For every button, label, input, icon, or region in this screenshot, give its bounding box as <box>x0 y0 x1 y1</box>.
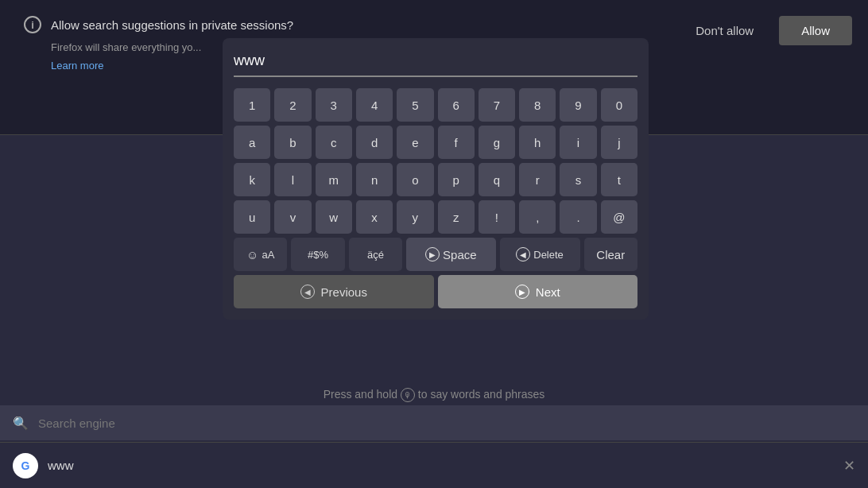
key-n[interactable]: n <box>356 163 393 196</box>
prev-label: Previous <box>321 285 367 299</box>
key-i[interactable]: i <box>560 126 596 159</box>
space-key[interactable]: ▶ Space <box>406 238 495 271</box>
key-p[interactable]: p <box>438 163 475 196</box>
search-bar: 🔍 Search engine <box>0 405 868 440</box>
key-at[interactable]: @ <box>601 200 637 234</box>
key-w[interactable]: w <box>316 200 352 234</box>
key-3[interactable]: 3 <box>316 88 352 122</box>
key-exclaim[interactable]: ! <box>479 200 515 234</box>
key-g[interactable]: g <box>479 126 515 159</box>
space-label: Space <box>443 248 477 261</box>
allow-button[interactable]: Allow <box>779 16 852 45</box>
accents-key[interactable]: äçé <box>349 238 402 271</box>
next-label: Next <box>536 285 560 299</box>
key-1[interactable]: 1 <box>234 88 270 122</box>
key-8[interactable]: 8 <box>519 88 556 122</box>
prev-circle-icon: ◀ <box>300 285 315 299</box>
key-l[interactable]: l <box>274 163 311 196</box>
key-f[interactable]: f <box>438 126 475 159</box>
key-a[interactable]: a <box>234 126 270 159</box>
clear-url-icon[interactable]: ✕ <box>843 457 855 474</box>
dont-allow-button[interactable]: Don't allow <box>683 17 766 44</box>
nav-row: ◀ Previous ▶ Next <box>234 275 637 308</box>
google-logo: G <box>13 453 38 478</box>
key-9[interactable]: 9 <box>560 88 596 122</box>
key-o[interactable]: o <box>397 163 433 196</box>
number-row: 1 2 3 4 5 6 7 8 9 0 <box>234 88 637 122</box>
keyboard-overlay: 1 2 3 4 5 6 7 8 9 0 a b c d e f g h i j … <box>223 38 649 320</box>
symbols-label: #$% <box>308 249 328 261</box>
symbols-key[interactable]: #$% <box>291 238 344 271</box>
key-u[interactable]: u <box>234 200 270 234</box>
delete-key[interactable]: ◀ Delete <box>500 238 580 271</box>
key-s[interactable]: s <box>560 163 596 196</box>
delete-label: Delete <box>533 249 564 261</box>
key-0[interactable]: 0 <box>601 88 637 122</box>
next-button[interactable]: ▶ Next <box>438 275 638 308</box>
key-k[interactable]: k <box>234 163 270 196</box>
key-m[interactable]: m <box>316 163 352 196</box>
emoji-key[interactable]: ☺ aA <box>234 238 287 271</box>
clear-key[interactable]: Clear <box>584 238 637 271</box>
accents-label: äçé <box>367 249 384 261</box>
info-icon: i <box>24 16 41 33</box>
key-c[interactable]: c <box>316 126 352 159</box>
google-url-text: www <box>48 459 74 472</box>
alpha-row-2: k l m n o p q r s t <box>234 163 637 196</box>
mic-icon: 🎙 <box>401 388 415 402</box>
alpha-row-3: u v w x y z ! , . @ <box>234 200 637 234</box>
key-v[interactable]: v <box>274 200 311 234</box>
learn-more-link[interactable]: Learn more <box>51 60 103 72</box>
key-h[interactable]: h <box>519 126 556 159</box>
press-hint: Press and hold 🎙 to say words and phrase… <box>0 388 868 402</box>
key-y[interactable]: y <box>397 200 433 234</box>
key-2[interactable]: 2 <box>274 88 311 122</box>
key-r[interactable]: r <box>519 163 556 196</box>
key-comma[interactable]: , <box>519 200 556 234</box>
caps-label: aA <box>262 249 274 261</box>
delete-circle-icon: ◀ <box>516 247 530 261</box>
google-bar: G www ✕ <box>0 442 868 488</box>
key-d[interactable]: d <box>356 126 393 159</box>
key-x[interactable]: x <box>356 200 393 234</box>
previous-button[interactable]: ◀ Previous <box>234 275 434 308</box>
key-t[interactable]: t <box>601 163 637 196</box>
key-j[interactable]: j <box>601 126 637 159</box>
key-b[interactable]: b <box>274 126 311 159</box>
key-period[interactable]: . <box>560 200 596 234</box>
special-row: ☺ aA #$% äçé ▶ Space ◀ Delete Clear <box>234 238 637 271</box>
key-z[interactable]: z <box>438 200 475 234</box>
alpha-row-1: a b c d e f g h i j <box>234 126 637 159</box>
allow-buttons-group: Don't allow Allow <box>683 16 852 45</box>
clear-label: Clear <box>596 248 625 261</box>
search-icon: 🔍 <box>13 416 29 431</box>
space-circle-icon: ▶ <box>425 247 440 261</box>
key-6[interactable]: 6 <box>438 88 475 122</box>
search-placeholder: Search engine <box>38 416 115 430</box>
notification-title: Allow search suggestions in private sess… <box>51 18 293 32</box>
key-e[interactable]: e <box>397 126 433 159</box>
url-input[interactable] <box>234 49 637 77</box>
key-q[interactable]: q <box>479 163 515 196</box>
emoji-icon: ☺ <box>246 248 258 261</box>
key-4[interactable]: 4 <box>356 88 393 122</box>
key-7[interactable]: 7 <box>479 88 515 122</box>
next-circle-icon: ▶ <box>515 285 529 299</box>
key-5[interactable]: 5 <box>397 88 433 122</box>
